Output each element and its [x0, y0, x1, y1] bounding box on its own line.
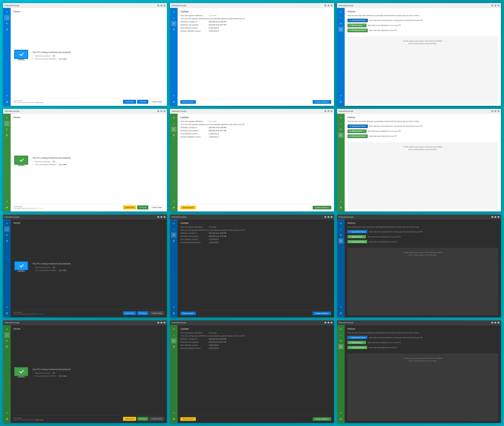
maximize-btn-u1[interactable] [327, 5, 329, 7]
allowed-badge-r1[interactable]: ✦ Allowed Items [348, 24, 366, 27]
history-icon-u1[interactable]: ☰ [171, 27, 176, 32]
quick-scan-link-r1[interactable]: Quick Scan [35, 102, 43, 103]
refresh-icon-r3hi[interactable]: ↻ [338, 233, 343, 238]
help-icon-r4h[interactable]: ? [4, 411, 9, 416]
close-btn[interactable] [163, 5, 165, 7]
history-icon-r4u[interactable]: ☰ [171, 344, 176, 349]
allowed-badge-r2[interactable]: ✦ Allowed Items [348, 129, 366, 133]
update-defs-btn-r3[interactable]: Update definitions [313, 312, 331, 315]
home-icon-r2hi[interactable]: ⌂ [338, 121, 343, 126]
history-icon-r3hi[interactable]: ☰ [338, 238, 343, 243]
did-you-know-btn-r3[interactable]: Did you know? [180, 312, 196, 315]
history-icon-r4h[interactable]: ☰ [4, 344, 9, 349]
hamburger-icon-r2hi[interactable]: ≡ [338, 115, 343, 120]
quarantined-badge-r4[interactable]: ✦ Quarantined Items [348, 336, 368, 340]
help-icon[interactable]: ? [4, 93, 9, 99]
settings-icon-r3hi[interactable]: ⚙ [338, 311, 343, 316]
history-icon-r3u[interactable]: ☰ [171, 238, 176, 243]
home-icon-r4h[interactable]: ⌂ [4, 332, 9, 338]
all-badge-r4[interactable]: ✦ All Detected Items [348, 346, 368, 349]
refresh-icon-r3h[interactable]: ↻ [4, 233, 9, 238]
help-icon-r2u[interactable]: ? [171, 199, 176, 204]
maximize-btn-r4hi[interactable] [494, 322, 497, 324]
custom-scan-btn-r4[interactable]: Custom Scan [149, 417, 164, 421]
minimize-btn-r3h[interactable] [157, 216, 159, 218]
minimize-btn-r3hi[interactable] [491, 216, 493, 218]
hamburger-icon-r4u[interactable]: ≡ [171, 327, 176, 332]
settings-icon-r4h[interactable]: ⚙ [4, 416, 9, 421]
home-icon-h1[interactable]: ⌂ [338, 15, 343, 20]
settings-icon-r3u[interactable]: ⚙ [171, 311, 176, 316]
quarantined-badge-r1[interactable]: ✦ Quarantined Items [348, 19, 368, 22]
custom-scan-btn-r1[interactable]: Custom Scan [149, 100, 164, 104]
quarantined-badge-r3[interactable]: ✦ Quarantined Items [348, 230, 368, 234]
maximize-btn-r4h[interactable] [160, 322, 163, 324]
refresh-icon[interactable]: ↻ [4, 21, 9, 26]
close-btn-u1[interactable] [331, 5, 333, 7]
full-scan-btn-r3[interactable]: Full Scan [137, 311, 149, 315]
hamburger-icon-r3h[interactable]: ≡ [4, 221, 9, 226]
hamburger-icon-r4hi[interactable]: ≡ [338, 327, 343, 332]
minimize-btn-r2h[interactable] [157, 110, 159, 112]
minimize-btn-r4hi[interactable] [491, 322, 493, 324]
close-btn-r3hi[interactable] [497, 216, 499, 218]
settings-icon-r4u[interactable]: ⚙ [171, 416, 176, 421]
maximize-btn-r3h[interactable] [160, 216, 163, 218]
help-icon-r2h[interactable]: ? [4, 199, 9, 204]
home-icon-r4u[interactable]: ⌂ [171, 332, 176, 338]
minimize-btn-r4u[interactable] [324, 322, 327, 324]
close-btn-r2h[interactable] [163, 110, 165, 112]
hamburger-icon[interactable]: ≡ [4, 9, 9, 14]
minimize-btn-r3u[interactable] [324, 216, 327, 218]
quick-scan-link-r2[interactable]: Quick Scan [35, 207, 43, 209]
settings-icon-h1[interactable]: ⚙ [338, 99, 343, 104]
maximize-btn-r2hi[interactable] [494, 110, 497, 112]
minimize-btn-r2hi[interactable] [491, 110, 493, 112]
maximize-btn-r4u[interactable] [327, 322, 329, 324]
refresh-icon-r2hi[interactable]: ↻ [338, 127, 343, 132]
history-icon-h1[interactable]: ☰ [338, 27, 343, 32]
close-btn-r3u[interactable] [331, 216, 333, 218]
minimize-btn-r4h[interactable] [157, 322, 159, 324]
home-icon-r2u[interactable]: ⌂ [171, 121, 176, 126]
hamburger-icon-r3hi[interactable]: ≡ [338, 221, 343, 226]
history-icon[interactable]: ☰ [4, 27, 9, 32]
full-scan-btn-r4[interactable]: Full Scan [137, 417, 149, 421]
update-defs-btn-r2[interactable]: Update definitions [313, 206, 331, 209]
refresh-icon-r4h[interactable]: ↻ [4, 338, 9, 343]
all-badge-r1[interactable]: ✦ All Detected Items [348, 28, 368, 32]
settings-icon-r2hi[interactable]: ⚙ [338, 205, 343, 210]
minimize-btn[interactable] [157, 5, 159, 7]
history-icon-r3h[interactable]: ☰ [4, 238, 9, 243]
maximize-btn[interactable] [160, 5, 163, 7]
close-btn-r2u[interactable] [331, 110, 333, 112]
all-badge-r2[interactable]: ✦ All Detected Items [348, 134, 368, 138]
maximize-btn-r2h[interactable] [160, 110, 163, 112]
history-icon-r2h[interactable]: ☰ [4, 133, 9, 138]
home-icon-r3h[interactable]: ⌂ [4, 227, 9, 232]
home-icon-r4hi[interactable]: ⌂ [338, 332, 343, 338]
help-icon-r2hi[interactable]: ? [338, 199, 343, 204]
hamburger-icon-r2h[interactable]: ≡ [4, 115, 9, 120]
history-icon-r2hi[interactable]: ☰ [338, 133, 343, 138]
full-scan-btn-r2[interactable]: Full Scan [137, 206, 149, 209]
hamburger-icon-h1[interactable]: ≡ [338, 9, 343, 14]
home-icon-r2h[interactable]: ⌂ [4, 121, 9, 126]
minimize-btn-h1[interactable] [491, 5, 493, 7]
all-badge-r3[interactable]: ✦ All Detected Items [348, 240, 368, 244]
refresh-icon-r4hi[interactable]: ↻ [338, 338, 343, 343]
close-btn-r3h[interactable] [163, 216, 165, 218]
maximize-btn-r3u[interactable] [327, 216, 329, 218]
home-icon[interactable]: ⌂ [4, 15, 9, 20]
settings-icon-r2h[interactable]: ⚙ [4, 205, 9, 210]
did-you-know-btn-r4[interactable]: Did you know? [180, 417, 196, 421]
refresh-icon-h1[interactable]: ↻ [338, 21, 343, 26]
refresh-icon-r2h[interactable]: ↻ [4, 127, 9, 132]
help-icon-r4u[interactable]: ? [171, 411, 176, 416]
did-you-know-btn-r1[interactable]: Did you know? [180, 100, 196, 104]
close-btn-r2hi[interactable] [497, 110, 499, 112]
maximize-btn-r2u[interactable] [327, 110, 329, 112]
refresh-icon-r2u[interactable]: ↻ [171, 127, 176, 132]
hamburger-icon-r3u[interactable]: ≡ [171, 221, 176, 226]
full-scan-btn-r1[interactable]: Full Scan [137, 100, 149, 104]
